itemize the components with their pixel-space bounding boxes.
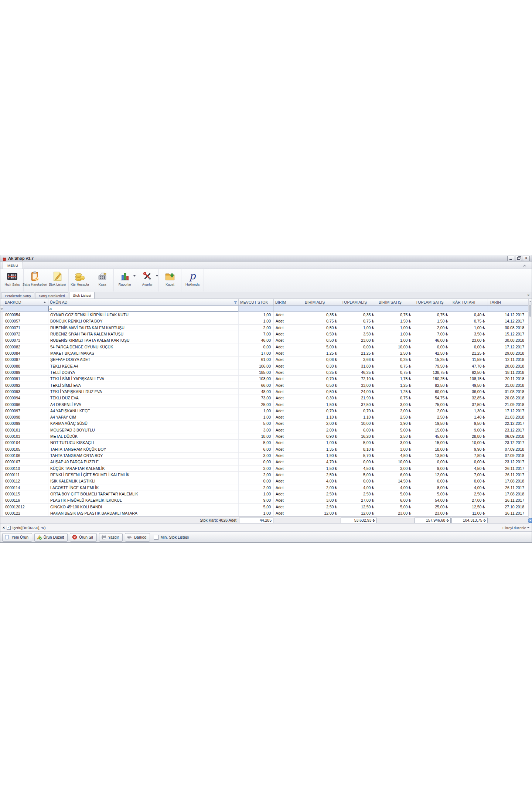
table-row[interactable]: 0000098A4 YAPAY ÇİM1,00Adet1,10 ₺1,10 ₺2… xyxy=(0,414,532,420)
raporlar-button[interactable]: Raporlar xyxy=(114,269,136,291)
table-row[interactable]: 0000112IŞIK KALEMLİK LASTİKLİ0,00Adet4,0… xyxy=(0,478,532,484)
cell-birim-satis: 1,25 ₺ xyxy=(377,382,414,388)
row-indicator xyxy=(0,369,3,375)
yeni-urun-button[interactable]: Yeni Ürün xyxy=(2,533,32,542)
filter-cell-birim-satis[interactable] xyxy=(377,306,414,311)
column-header-birim-alis[interactable]: BİRİM ALIŞ xyxy=(303,299,340,305)
restore-button[interactable] xyxy=(515,256,522,261)
table-row[interactable]: 0000107AHŞAP 40 PARÇA PUZZLE0,00Adet4,70… xyxy=(0,459,532,465)
table-row[interactable]: 0000092TEKLİ SİMLİ EVA66,00Adet0,50 ₺33,… xyxy=(0,382,532,388)
column-header-urun-ad[interactable]: ÜRÜN AD xyxy=(48,299,239,305)
tab-close-icon[interactable]: × xyxy=(528,293,529,297)
column-header-barkod[interactable]: BARKOD xyxy=(3,299,48,305)
urun-sil-button[interactable]: Ürün Sil xyxy=(70,533,96,542)
cell-birim: Adet xyxy=(274,376,303,382)
table-row[interactable]: 0000114LACOSTE İNCE KALEMLİK2,00Adet2,00… xyxy=(0,484,532,491)
column-header-tarih[interactable]: TARİH xyxy=(488,299,529,305)
table-row[interactable]: 0000099KARMA AĞAÇ SÜSÜ5,00Adet2,00 ₺10,0… xyxy=(0,420,532,427)
ribbon-collapse-icon[interactable] xyxy=(521,263,528,269)
table-row[interactable]: 0000088TEKLİ KEÇE A4106,00Adet0,30 ₺31,8… xyxy=(0,363,532,369)
barcode-scanner-icon xyxy=(127,535,132,540)
column-header-toplam-alis[interactable]: TOPLAM ALIŞ xyxy=(340,299,377,305)
column-header-birim-satis[interactable]: BİRİM SATIŞ xyxy=(377,299,414,305)
vertical-scrollbar[interactable] xyxy=(528,299,532,524)
filter-cell-barkod[interactable] xyxy=(3,306,48,311)
table-row[interactable]: 0000110KÜÇÜK TARAFTAR KALEMLİK3,00Adet1,… xyxy=(0,466,532,472)
table-row[interactable]: 0000122HAKAN BESİKTAS PLASTİK BARDAKLI M… xyxy=(0,510,532,516)
filter-cell-tarih[interactable] xyxy=(488,306,529,311)
scrollbar-thumb[interactable] xyxy=(529,305,531,317)
table-row[interactable]: 0000054OYNAR GÖZ RENKLİ KİRPİKLİ UFAK KU… xyxy=(0,312,532,318)
filter-cell-toplam-satis[interactable] xyxy=(414,306,451,311)
tab-satis-haraketleri[interactable]: Satış Haraketleri xyxy=(35,292,68,299)
filter-cell-toplam-alis[interactable] xyxy=(340,306,377,311)
table-row[interactable]: 0000104NOT TUTUCU KISKAÇLI5,00Adet1,00 ₺… xyxy=(0,440,532,446)
table-row[interactable]: 0000115ORTA BOY ÇİFT BÖLMELİ TARAFTAR KA… xyxy=(0,491,532,497)
tab-perakende-satis[interactable]: Perakende Satış xyxy=(1,292,34,299)
barkod-button[interactable]: Barkod xyxy=(125,533,150,542)
table-row[interactable]: 0000093TEKLİ YAPIŞKANLI DÜZ EVA48,00Adet… xyxy=(0,389,532,395)
column-header-kar-tutari[interactable]: KÂR TUTARI xyxy=(451,299,488,305)
filter-cell-mevcut-stok[interactable] xyxy=(239,306,274,311)
table-row[interactable]: 0000073RUBENİS KIRMIZI TAHTA KALEM KARTU… xyxy=(0,337,532,344)
close-button[interactable]: × xyxy=(523,256,530,261)
table-row[interactable]: 0000105TAHTA TANGRAM KÜÇÜK BOY6,00Adet1,… xyxy=(0,446,532,453)
filter-funnel-icon[interactable] xyxy=(234,300,237,304)
app-icon xyxy=(2,256,7,260)
table-row[interactable]: 0000094TEKLİ DÜZ EVA73,00Adet0,30 ₺21,90… xyxy=(0,395,532,401)
hizli-satis-button[interactable]: Hızlı Satış xyxy=(1,269,24,291)
table-row[interactable]: 0000071RUBENİS MAVİ TAHTA KALEM KARTUŞU2… xyxy=(0,325,532,331)
cell-tarih: 26.11.2017 xyxy=(488,484,529,490)
satis-hareketleri-button[interactable]: Satış Hareketleri xyxy=(24,269,46,291)
table-row[interactable]: 0000096A4 DESENLİ EVA25,00Adet1,50 ₺37,5… xyxy=(0,401,532,407)
cell-toplam-alis: 0,00 ₺ xyxy=(340,344,377,350)
yazdir-button[interactable]: Yazdır xyxy=(99,533,123,542)
scroll-up-icon[interactable] xyxy=(529,299,532,304)
column-header-toplam-satis[interactable]: TOPLAM SATIŞ xyxy=(414,299,451,305)
column-header-birim[interactable]: BİRİM xyxy=(274,299,303,305)
min-stock-list-checkbox[interactable]: Min. Stok Listesi xyxy=(154,535,188,540)
clear-filter-icon[interactable]: × xyxy=(3,526,5,530)
filter-cell-birim[interactable] xyxy=(274,306,303,311)
cell-barkod: 0000106 xyxy=(3,453,48,458)
menu-tab[interactable]: MENÜ xyxy=(3,262,23,269)
cell-birim-satis: 3,00 ₺ xyxy=(377,440,414,446)
scroll-nav-icon[interactable] xyxy=(528,518,532,523)
filter-cell-birim-alis[interactable] xyxy=(303,306,340,311)
minimize-button[interactable] xyxy=(507,256,514,261)
table-row[interactable]: 0000101MOUSEPAD 3 BOYUTLU3,00Adet2,00 ₺6… xyxy=(0,427,532,433)
edit-filter-link[interactable]: Filtreyi düzenle xyxy=(502,526,529,530)
table-row[interactable]: 000012012GİNGKO 45*100 KOLİ BANDI5,00Ade… xyxy=(0,504,532,510)
cell-birim: Adet xyxy=(274,472,303,478)
filter-cell-urun-ad[interactable] xyxy=(48,306,239,311)
product-name-filter-input[interactable] xyxy=(48,306,238,311)
cell-urun-ad: TEKLİ DÜZ EVA xyxy=(48,395,239,401)
table-row[interactable]: 000008254 PARÇA DENGE OYUNU KÜÇÜK0,00Ade… xyxy=(0,344,532,350)
stok-listesi-button[interactable]: Stok Listesi xyxy=(46,269,69,291)
table-row[interactable]: 0000084MAKET BIÇAKLI MAKAS17,00Adet1,25 … xyxy=(0,350,532,357)
table-row[interactable]: 0000057BONCUK RENKLİ ORTA BOY1,00Adet0,7… xyxy=(0,318,532,324)
kapat-button[interactable]: Kapat xyxy=(159,269,181,291)
filter-enabled-checkbox[interactable]: ✓ xyxy=(7,526,11,530)
table-row[interactable]: 0000089TELLİ DOSYA185,00Adet0,25 ₺46,25 … xyxy=(0,369,532,376)
hakkinda-button[interactable]: pHakkında xyxy=(181,269,204,291)
cell-mevcut-stok: 3,00 xyxy=(239,453,274,458)
ayarlar-button[interactable]: Ayarlar xyxy=(136,269,159,291)
table-row[interactable]: 0000116PLASTİK FİGÜRLÜ KALEMLİK İLKOKUL9… xyxy=(0,497,532,504)
table-row[interactable]: 0000087ŞEFFAF DOSYA ADET61,00Adet0,06 ₺3… xyxy=(0,357,532,363)
table-row[interactable]: 0000091TEKLİ SİMLİ YAPIŞKANLI EVA103,00A… xyxy=(0,376,532,382)
cell-kar-tutari: 0,00 ₺ xyxy=(451,344,488,350)
cell-tarih: 30.08.2018 xyxy=(488,337,529,343)
table-row[interactable]: 0000103METAL DÜDÜK18,00Adet0,90 ₺16,20 ₺… xyxy=(0,433,532,440)
column-header-mevcut-stok[interactable]: MEVCUT STOK xyxy=(239,299,274,305)
table-row[interactable]: 0000106TAHTA TANGRAM ORTA BOY3,00Adet1,9… xyxy=(0,453,532,459)
table-row[interactable]: 0000111RENKLİ DESENLİ ÇİFT BÖLMELİ KALEM… xyxy=(0,472,532,478)
cell-barkod: 0000096 xyxy=(3,401,48,407)
filter-cell-kar-tutari[interactable] xyxy=(451,306,488,311)
urun-duzelt-button[interactable]: Ürün Düzelt xyxy=(34,533,68,542)
table-row[interactable]: 0000072RUBENİZ SİYAH TAHTA KALEM KATUŞU7… xyxy=(0,331,532,337)
table-row[interactable]: 0000097A4 YAPIŞKANLI KEÇE1,00Adet0,70 ₺0… xyxy=(0,408,532,414)
tab-stok-listesi[interactable]: Stok Listesi xyxy=(69,292,95,299)
kasa-button[interactable]: Kasa xyxy=(91,269,114,291)
kar-hesapla-button[interactable]: Kâr Hesapla xyxy=(69,269,91,291)
